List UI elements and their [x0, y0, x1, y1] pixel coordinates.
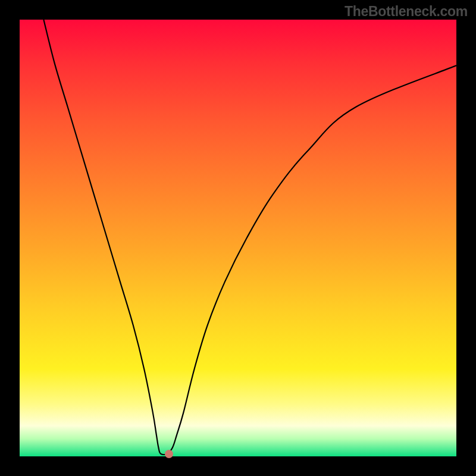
watermark-text: TheBottleneck.com — [345, 4, 468, 20]
chart-curve — [20, 20, 456, 456]
optimum-marker — [165, 450, 173, 458]
